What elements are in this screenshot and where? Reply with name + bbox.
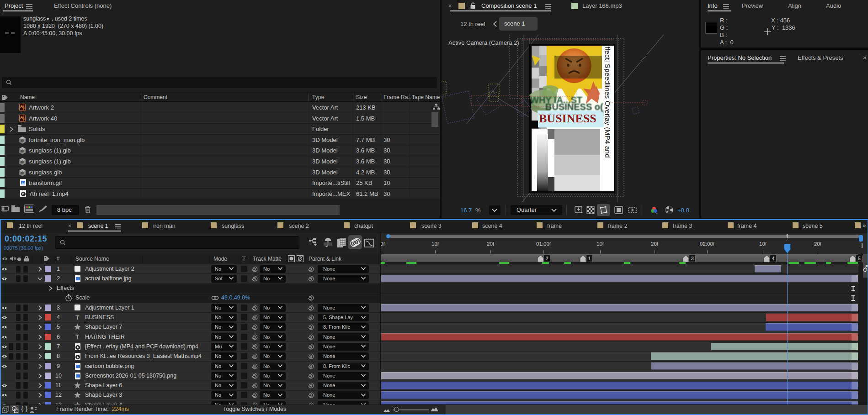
svg-text:BUSINESS o(: BUSINESS o( — [545, 102, 603, 112]
svg-text:ffect] Speedlines Overlay (MP4: ffect] Speedlines Overlay (MP4 and — [604, 47, 612, 158]
svg-text:BUSINESS: BUSINESS — [539, 112, 596, 125]
